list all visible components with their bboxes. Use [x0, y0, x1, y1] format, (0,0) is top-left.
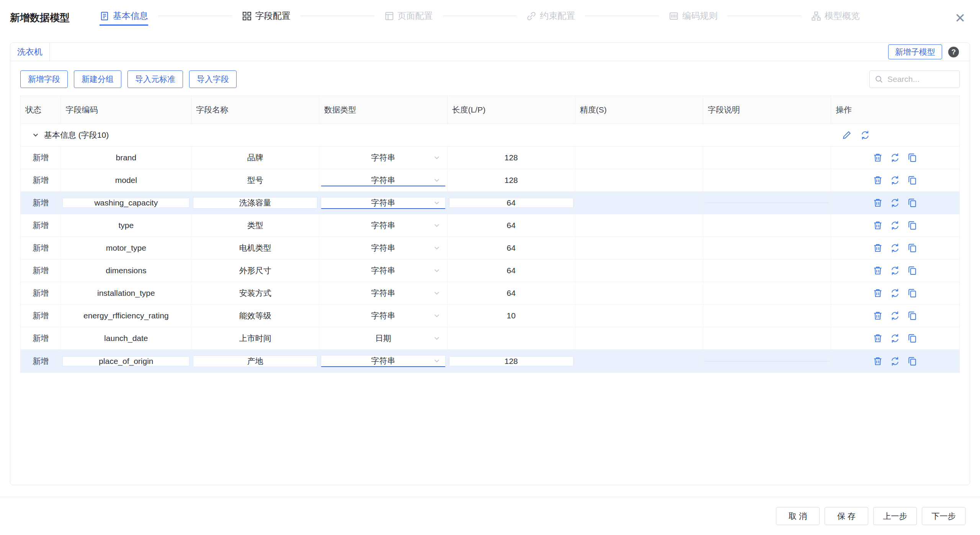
table-row[interactable]: 新增 type 类型 字符串 64 [21, 214, 959, 237]
field-name-cell[interactable]: 外形尺寸 [193, 265, 317, 276]
length-cell[interactable] [449, 338, 573, 339]
field-name-cell[interactable]: 洗涤容量 [193, 197, 317, 209]
copy-icon[interactable] [907, 197, 918, 208]
sync-icon[interactable] [890, 152, 900, 163]
description-cell[interactable] [705, 361, 829, 362]
table-row[interactable]: 新增 launch_date 上市时间 日期 [21, 327, 959, 350]
description-cell[interactable] [705, 225, 829, 226]
description-cell[interactable] [705, 315, 829, 316]
description-cell[interactable] [705, 157, 829, 158]
precision-cell[interactable] [575, 259, 703, 282]
precision-cell[interactable] [575, 327, 703, 349]
sync-icon[interactable] [890, 310, 900, 321]
length-cell[interactable]: 10 [449, 311, 573, 321]
field-code-cell[interactable]: washing_capacity [62, 198, 189, 208]
length-cell[interactable]: 64 [449, 288, 573, 298]
table-row[interactable]: 新增 model 型号 字符串 128 [21, 169, 959, 192]
field-code-cell[interactable]: dimensions [62, 266, 189, 276]
field-code-cell[interactable]: installation_type [62, 288, 189, 298]
description-cell[interactable] [705, 248, 829, 248]
copy-icon[interactable] [907, 333, 918, 344]
length-cell[interactable]: 64 [449, 220, 573, 230]
delete-icon[interactable] [872, 152, 883, 163]
table-row[interactable]: 新增 motor_type 电机类型 字符串 64 [21, 237, 959, 259]
copy-icon[interactable] [907, 356, 918, 367]
precision-cell[interactable] [575, 147, 703, 169]
field-name-cell[interactable]: 安装方式 [193, 287, 317, 299]
search-input[interactable] [887, 74, 954, 84]
sync-icon[interactable] [890, 243, 900, 253]
delete-icon[interactable] [872, 333, 883, 344]
prev-step-button[interactable]: 上一步 [873, 507, 917, 525]
step-coding-rules[interactable]: 编码规则 [669, 10, 717, 26]
data-type-select[interactable]: 字符串 [321, 265, 445, 276]
data-type-select[interactable]: 日期 [321, 333, 445, 344]
field-code-cell[interactable]: model [62, 175, 189, 185]
sync-icon[interactable] [890, 197, 900, 208]
chevron-down-icon[interactable] [32, 131, 39, 139]
close-icon[interactable]: ✕ [952, 10, 969, 26]
tab-washing-machine[interactable]: 洗衣机 [10, 43, 50, 61]
copy-icon[interactable] [907, 175, 918, 186]
precision-cell[interactable] [575, 169, 703, 191]
data-type-select[interactable]: 字符串 [321, 220, 445, 231]
length-cell[interactable]: 64 [449, 198, 573, 208]
description-cell[interactable] [705, 202, 829, 203]
precision-cell[interactable] [575, 282, 703, 304]
field-code-cell[interactable]: place_of_origin [62, 356, 189, 366]
next-step-button[interactable]: 下一步 [922, 507, 965, 525]
field-name-cell[interactable]: 能效等级 [193, 310, 317, 321]
delete-icon[interactable] [872, 243, 883, 253]
sync-icon[interactable] [890, 265, 900, 276]
field-code-cell[interactable]: type [62, 220, 189, 230]
save-button[interactable]: 保 存 [825, 507, 868, 525]
data-type-select[interactable]: 字符串 [321, 242, 445, 254]
table-row[interactable]: 新增 place_of_origin 产地 字符串 128 [21, 350, 959, 372]
field-name-cell[interactable]: 上市时间 [193, 333, 317, 344]
field-code-cell[interactable]: energy_rfficiency_rating [62, 311, 189, 321]
delete-icon[interactable] [872, 288, 883, 298]
sync-icon[interactable] [890, 333, 900, 344]
field-name-cell[interactable]: 品牌 [193, 152, 317, 163]
delete-icon[interactable] [872, 265, 883, 276]
length-cell[interactable]: 64 [449, 266, 573, 276]
step-field-config[interactable]: 字段配置 [242, 10, 291, 26]
toolbar-button[interactable]: 导入元标准 [127, 70, 183, 88]
data-type-select[interactable]: 字符串 [321, 175, 445, 186]
toolbar-button[interactable]: 新建分组 [74, 70, 121, 88]
sync-icon[interactable] [890, 356, 900, 367]
copy-icon[interactable] [907, 243, 918, 253]
data-type-select[interactable]: 字符串 [321, 355, 445, 367]
length-cell[interactable]: 128 [449, 153, 573, 163]
table-row[interactable]: 新增 brand 品牌 字符串 128 [21, 147, 959, 169]
field-code-cell[interactable]: launch_date [62, 333, 189, 343]
delete-icon[interactable] [872, 220, 883, 231]
precision-cell[interactable] [575, 237, 703, 259]
table-row[interactable]: 新增 energy_rfficiency_rating 能效等级 字符串 10 [21, 305, 959, 327]
search-box[interactable] [869, 70, 960, 88]
delete-icon[interactable] [872, 310, 883, 321]
table-row[interactable]: 新增 washing_capacity 洗涤容量 字符串 64 [21, 192, 959, 214]
step-page-config[interactable]: 页面配置 [384, 10, 433, 26]
length-cell[interactable]: 128 [449, 356, 573, 366]
step-basic-info[interactable]: 基本信息 [100, 10, 148, 26]
sync-icon[interactable] [890, 175, 900, 186]
length-cell[interactable]: 64 [449, 243, 573, 253]
data-type-select[interactable]: 字符串 [321, 310, 445, 321]
sync-icon[interactable] [860, 130, 871, 140]
toolbar-button[interactable]: 新增字段 [20, 70, 68, 88]
delete-icon[interactable] [872, 175, 883, 186]
length-cell[interactable]: 128 [449, 175, 573, 185]
description-cell[interactable] [705, 338, 829, 339]
data-type-select[interactable]: 字符串 [321, 152, 445, 163]
cancel-button[interactable]: 取 消 [776, 507, 820, 525]
sync-icon[interactable] [890, 288, 900, 298]
data-type-select[interactable]: 字符串 [321, 197, 445, 209]
step-constraint-config[interactable]: 约束配置 [526, 10, 575, 26]
field-name-cell[interactable]: 型号 [193, 175, 317, 186]
copy-icon[interactable] [907, 152, 918, 163]
table-row[interactable]: 新增 installation_type 安装方式 字符串 64 [21, 282, 959, 305]
copy-icon[interactable] [907, 310, 918, 321]
data-type-select[interactable]: 字符串 [321, 287, 445, 299]
help-icon[interactable]: ? [948, 47, 959, 57]
